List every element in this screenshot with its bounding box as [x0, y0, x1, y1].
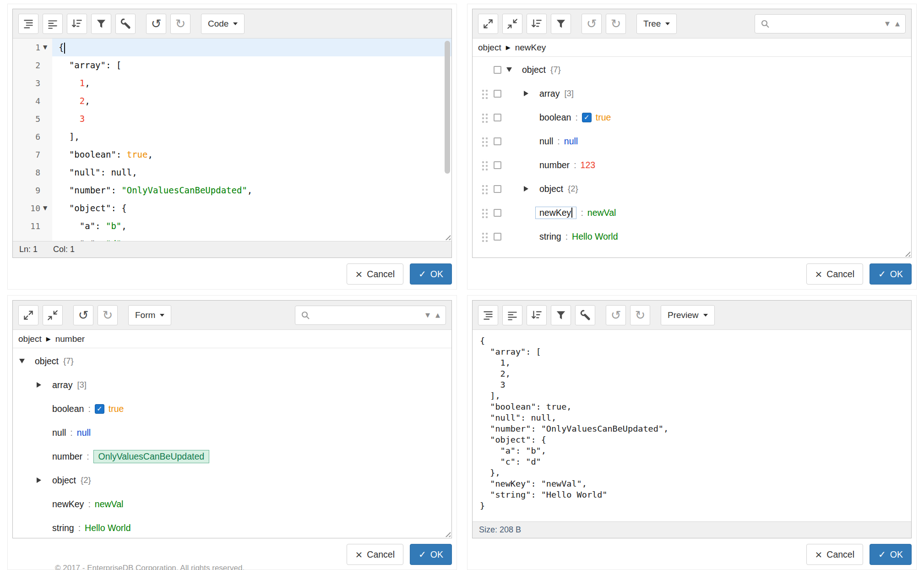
- field-value[interactable]: null: [564, 136, 578, 147]
- format-button[interactable]: [478, 305, 498, 325]
- ok-button[interactable]: ✓OK: [410, 544, 452, 565]
- drag-handle-icon[interactable]: [481, 159, 488, 170]
- fold-arrow-icon[interactable]: ▼: [42, 199, 49, 217]
- collapse-all-button[interactable]: [43, 305, 63, 325]
- sort-button[interactable]: [527, 305, 547, 325]
- breadcrumb-item[interactable]: object: [18, 334, 42, 344]
- mode-select-button[interactable]: Form: [128, 305, 171, 325]
- field-value[interactable]: Hello World: [572, 231, 618, 242]
- drag-handle-icon[interactable]: [481, 112, 488, 123]
- checkbox-checked[interactable]: ✓: [95, 404, 104, 414]
- code-line[interactable]: 3 1,: [13, 74, 451, 92]
- expand-triangle-icon[interactable]: [37, 382, 41, 388]
- redo-button[interactable]: ↻: [98, 305, 118, 325]
- drag-handle-icon[interactable]: [481, 183, 488, 194]
- expand-all-button[interactable]: [18, 305, 38, 325]
- field-name[interactable]: object: [35, 356, 59, 367]
- field-name[interactable]: boolean: [52, 404, 84, 414]
- drag-handle-icon[interactable]: [481, 231, 488, 242]
- field-value[interactable]: 123: [581, 160, 596, 170]
- search-previous-icon[interactable]: ▲: [435, 312, 441, 318]
- code-line[interactable]: 2 "array": [: [13, 56, 451, 74]
- sort-button[interactable]: [527, 14, 547, 34]
- undo-button[interactable]: ↺: [606, 305, 626, 325]
- action-menu-button[interactable]: [488, 137, 506, 145]
- undo-button[interactable]: ↺: [582, 14, 602, 34]
- field-value[interactable]: null: [77, 428, 91, 438]
- drag-handle-icon[interactable]: [481, 88, 488, 99]
- field-name[interactable]: string: [52, 523, 74, 533]
- code-line[interactable]: 5 3: [13, 110, 451, 128]
- action-menu-button[interactable]: [488, 66, 506, 74]
- compact-button[interactable]: [502, 305, 522, 325]
- ok-button[interactable]: ✓OK: [870, 544, 912, 565]
- scrollbar-thumb[interactable]: [445, 41, 450, 174]
- code-line[interactable]: 11 "a": "b",: [13, 217, 451, 235]
- field-name[interactable]: string: [539, 231, 561, 242]
- action-menu-button[interactable]: [488, 209, 506, 217]
- search-previous-icon[interactable]: ▲: [894, 20, 901, 27]
- search-next-icon[interactable]: ▼: [884, 20, 891, 27]
- code-line[interactable]: 1▼{: [13, 38, 451, 56]
- mode-select-button[interactable]: Tree: [636, 14, 677, 34]
- breadcrumb-item[interactable]: newKey: [515, 43, 546, 53]
- redo-button[interactable]: ↻: [170, 14, 190, 34]
- sort-button[interactable]: [67, 14, 87, 34]
- ok-button[interactable]: ✓OK: [410, 263, 452, 285]
- mode-select-button[interactable]: Code: [201, 14, 245, 34]
- transform-button[interactable]: [551, 305, 571, 325]
- field-name[interactable]: object: [539, 184, 563, 194]
- field-name[interactable]: newKey: [52, 499, 84, 510]
- code-line[interactable]: 12 "c": "d": [13, 235, 451, 241]
- collapse-triangle-icon[interactable]: [19, 359, 25, 363]
- collapse-triangle-icon[interactable]: [506, 67, 512, 72]
- repair-button[interactable]: [575, 305, 595, 325]
- field-name[interactable]: null: [52, 428, 66, 438]
- code-line[interactable]: 6 ],: [13, 128, 451, 146]
- action-menu-button[interactable]: [488, 114, 506, 121]
- drag-handle-icon[interactable]: [481, 136, 488, 147]
- breadcrumb-item[interactable]: object: [478, 43, 501, 53]
- field-name[interactable]: object: [52, 475, 76, 486]
- action-menu-button[interactable]: [488, 90, 506, 98]
- redo-button[interactable]: ↻: [630, 305, 650, 325]
- field-value[interactable]: true: [109, 404, 124, 414]
- field-name[interactable]: array: [539, 88, 560, 99]
- field-value[interactable]: true: [596, 112, 611, 123]
- mode-select-button[interactable]: Preview: [661, 305, 715, 325]
- cancel-button[interactable]: ×Cancel: [347, 544, 403, 565]
- field-value[interactable]: newVal: [95, 499, 124, 510]
- repair-button[interactable]: [115, 14, 136, 34]
- field-value[interactable]: OnlyValuesCanBeUpdated: [93, 450, 210, 463]
- field-name[interactable]: boolean: [539, 112, 571, 123]
- field-name[interactable]: array: [52, 380, 72, 390]
- transform-button[interactable]: [551, 14, 571, 34]
- action-menu-button[interactable]: [488, 185, 506, 193]
- code-line[interactable]: 9 "number": "OnlyValuesCanBeUpdated",: [13, 181, 451, 199]
- field-value[interactable]: newVal: [587, 208, 616, 218]
- fold-arrow-icon[interactable]: ▼: [42, 38, 49, 56]
- code-area[interactable]: 1▼{2 "array": [3 1,4 2,5 36 ],7 "boolean…: [13, 38, 451, 241]
- field-name[interactable]: number: [52, 451, 82, 462]
- breadcrumb-item[interactable]: number: [55, 334, 85, 344]
- action-menu-button[interactable]: [488, 233, 506, 241]
- field-name[interactable]: object: [522, 65, 546, 75]
- cancel-button[interactable]: ×Cancel: [806, 544, 863, 565]
- preview-body[interactable]: { "array": [ 1, 2, 3 ], "boolean": true,…: [473, 330, 911, 521]
- drag-handle-icon[interactable]: [481, 207, 488, 218]
- expand-triangle-icon[interactable]: [37, 477, 41, 483]
- expand-triangle-icon[interactable]: [524, 91, 528, 96]
- ok-button[interactable]: ✓OK: [870, 263, 912, 285]
- expand-triangle-icon[interactable]: [524, 186, 528, 192]
- cancel-button[interactable]: ×Cancel: [347, 263, 403, 285]
- field-name[interactable]: null: [539, 136, 553, 147]
- transform-button[interactable]: [91, 14, 111, 34]
- action-menu-button[interactable]: [488, 161, 506, 169]
- format-button[interactable]: [18, 14, 38, 34]
- checkbox-checked[interactable]: ✓: [582, 113, 592, 122]
- search-input[interactable]: [774, 18, 881, 29]
- code-line[interactable]: 7 "boolean": true,: [13, 146, 451, 164]
- undo-button[interactable]: ↺: [146, 14, 166, 34]
- search-next-icon[interactable]: ▼: [424, 312, 431, 318]
- compact-button[interactable]: [43, 14, 63, 34]
